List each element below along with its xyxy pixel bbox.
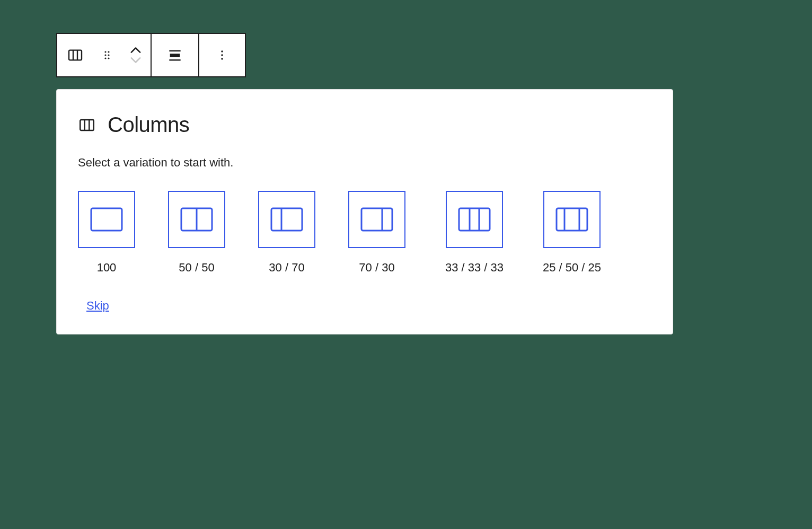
svg-point-6 — [108, 54, 109, 56]
columns-icon — [78, 116, 96, 134]
svg-rect-23 — [361, 208, 392, 231]
toolbar-group-block — [57, 34, 152, 76]
move-down-button[interactable] — [128, 55, 143, 66]
editor-stage: Columns Select a variation to start with… — [0, 0, 812, 529]
svg-point-8 — [108, 57, 109, 59]
variation-30-70-icon — [270, 207, 303, 232]
block-type-button[interactable] — [57, 34, 93, 76]
svg-point-13 — [221, 54, 223, 56]
panel-header: Columns — [78, 113, 651, 137]
variation-tile — [78, 191, 135, 248]
toolbar-group-options — [199, 34, 245, 76]
svg-rect-25 — [459, 208, 490, 231]
variation-100-icon — [90, 207, 123, 232]
variation-100[interactable]: 100 — [78, 191, 135, 275]
variation-33-33-33-icon — [458, 207, 491, 232]
variation-label: 30 / 70 — [269, 261, 304, 275]
drag-handle-icon — [101, 49, 113, 61]
variation-label: 50 / 50 — [179, 261, 214, 275]
variation-label: 70 / 30 — [359, 261, 394, 275]
variation-50-50[interactable]: 50 / 50 — [168, 191, 225, 275]
columns-placeholder-panel: Columns Select a variation to start with… — [56, 89, 673, 334]
align-button[interactable] — [152, 34, 198, 76]
variation-30-70[interactable]: 30 / 70 — [258, 191, 315, 275]
variation-tile — [543, 191, 601, 248]
panel-title: Columns — [108, 113, 189, 137]
variation-tile — [446, 191, 503, 248]
variation-25-50-25[interactable]: 25 / 50 / 25 — [543, 191, 601, 275]
variation-25-50-25-icon — [555, 207, 588, 232]
svg-rect-18 — [91, 208, 122, 231]
svg-point-3 — [104, 51, 106, 52]
svg-point-4 — [108, 51, 109, 52]
svg-rect-0 — [69, 50, 82, 60]
chevron-down-icon — [128, 55, 143, 66]
svg-point-14 — [221, 58, 223, 60]
chevron-up-icon — [128, 45, 143, 55]
ellipsis-vertical-icon — [216, 48, 228, 63]
svg-rect-21 — [271, 208, 302, 231]
options-button[interactable] — [199, 34, 245, 76]
drag-handle-button[interactable] — [93, 34, 121, 76]
panel-description: Select a variation to start with. — [78, 156, 651, 170]
variation-70-30-icon — [360, 207, 393, 232]
block-toolbar — [56, 33, 246, 77]
columns-icon — [67, 47, 84, 64]
variation-label: 100 — [97, 261, 117, 275]
variation-tile — [348, 191, 405, 248]
variation-label: 25 / 50 / 25 — [543, 261, 601, 275]
variation-50-50-icon — [180, 207, 213, 232]
variation-70-30[interactable]: 70 / 30 — [348, 191, 405, 275]
variation-tile — [258, 191, 315, 248]
variation-tile — [168, 191, 225, 248]
align-icon — [166, 47, 183, 64]
variation-33-33-33[interactable]: 33 / 33 / 33 — [438, 191, 510, 275]
variation-picker: 100 50 / 50 30 / 70 — [78, 191, 651, 275]
toolbar-group-align — [152, 34, 199, 76]
variation-label: 33 / 33 / 33 — [445, 261, 504, 275]
svg-point-12 — [221, 50, 223, 52]
svg-rect-10 — [170, 54, 180, 57]
svg-rect-28 — [557, 208, 587, 231]
block-mover — [121, 34, 151, 76]
skip-link[interactable]: Skip — [86, 299, 109, 313]
svg-rect-15 — [80, 120, 94, 130]
move-up-button[interactable] — [128, 45, 143, 55]
svg-point-7 — [104, 57, 106, 59]
svg-point-5 — [104, 54, 106, 56]
